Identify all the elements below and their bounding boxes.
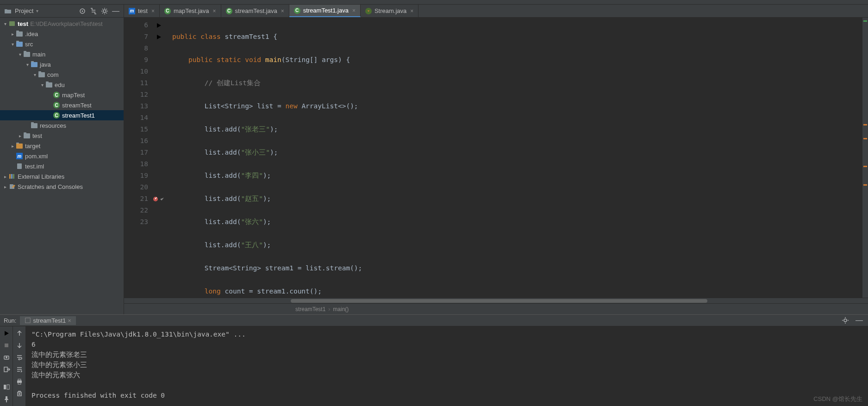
editor-tab-Stream.java[interactable]: Stream.java× [361,5,418,17]
tree-item-label: edu [55,81,65,88]
tree-item-label: streamTest [62,102,92,109]
marker-strip[interactable] [862,18,868,298]
tree-item-icon: C [53,112,60,119]
scratches-label: Scratches and Consoles [18,183,83,190]
close-icon[interactable]: × [213,8,216,14]
tab-label: Stream.java [375,7,406,14]
run-settings-icon[interactable] [840,315,850,325]
soft-wrap-icon[interactable] [14,352,25,362]
close-icon[interactable]: × [68,317,71,324]
chevron-down-icon: ▾ [2,21,8,26]
tree-item-label: com [47,71,59,78]
editor-tab-test[interactable]: mtest× [124,5,160,17]
tree-arrow: ▸ [17,133,23,138]
svg-point-1 [82,10,83,12]
down-icon[interactable] [14,340,25,350]
folder-icon [4,7,12,15]
sidebar-title: Project [15,7,33,14]
scratches[interactable]: ▸ Scratches and Consoles [0,181,124,192]
run-line-icon[interactable] [156,23,162,28]
tree-item-label: test [32,132,42,139]
tree-item-resources[interactable]: resources [0,120,124,131]
close-icon[interactable]: × [352,7,356,14]
tree-item-icon [16,142,23,150]
breadcrumb-method[interactable]: main() [333,306,349,312]
code-area[interactable]: public class streamTest1 { public static… [170,18,862,298]
editor-body: 67891011121314151617181920212223 public … [124,18,868,298]
tree-item-main[interactable]: ▾main [0,49,124,59]
tab-icon: m [129,8,135,14]
tree-item-com[interactable]: ▾com [0,69,124,80]
editor-tab-streamTest1.java[interactable]: CstreamTest1.java× [289,5,361,17]
run-toolbar-left [0,326,13,406]
external-libraries-label: External Libraries [18,173,64,180]
project-path: E:\IDEAworkplace\Test\test [30,20,103,27]
print-icon[interactable] [14,376,25,387]
tree-item-label: mapTest [62,92,85,99]
line-gutter: 67891011121314151617181920212223 [124,18,152,298]
dropdown-icon[interactable]: ▾ [36,8,38,13]
clear-icon[interactable] [14,388,25,399]
tree-root[interactable]: ▾ test E:\IDEAworkplace\Test\test [0,19,124,29]
tree-item-streamTest[interactable]: CstreamTest [0,100,124,110]
tree-arrow: ▾ [17,52,23,57]
tree-item-mapTest[interactable]: CmapTest [0,90,124,100]
svg-rect-9 [25,318,31,323]
layout-icon[interactable] [1,382,12,392]
tree-arrow: ▾ [9,42,16,47]
rerun-icon[interactable] [1,328,12,338]
run-header: Run: streamTest1 × — [0,315,868,326]
svg-rect-14 [4,367,7,372]
dump-icon[interactable] [1,352,12,362]
run-tab[interactable]: streamTest1 × [20,316,75,325]
tree-item-icon [16,162,23,170]
tab-icon: C [294,7,300,14]
close-icon[interactable]: × [281,8,284,14]
tree-item-streamTest1[interactable]: CstreamTest1 [0,110,124,120]
stop-icon[interactable] [1,340,12,350]
locate-icon[interactable] [78,7,87,15]
tree-item-test.iml[interactable]: test.iml [0,161,124,171]
tree-item-java[interactable]: ▾java [0,59,124,69]
tree-item-.idea[interactable]: ▸.idea [0,29,124,39]
project-tree: ▾ test E:\IDEAworkplace\Test\test ▸.idea… [0,18,124,314]
run-line-icon[interactable] [156,34,162,40]
breadcrumb[interactable]: streamTest1 › main() [124,303,868,314]
tree-item-icon [45,81,53,88]
expand-all-icon[interactable] [89,7,98,15]
hide-icon[interactable]: — [112,7,120,15]
close-icon[interactable]: × [410,8,413,14]
svg-rect-18 [18,379,21,381]
tree-item-icon [16,30,23,37]
tree-item-target[interactable]: ▸target [0,141,124,151]
libraries-icon [8,173,16,180]
editor-tab-mapTest.java[interactable]: CmapTest.java× [160,5,221,17]
svg-rect-5 [9,174,11,179]
svg-rect-15 [4,385,6,389]
settings-icon[interactable] [100,7,109,15]
tree-item-edu[interactable]: ▾edu [0,80,124,90]
tree-item-src[interactable]: ▾src [0,39,124,49]
exit-icon[interactable] [1,364,12,375]
external-libraries[interactable]: ▸ External Libraries [0,171,124,181]
console-output[interactable]: "C:\Program Files\Java\jdk1.8.0_131\bin\… [26,326,868,406]
tree-item-icon: C [53,91,60,99]
tree-item-test[interactable]: ▸test [0,131,124,141]
pin-icon[interactable] [1,394,12,404]
svg-rect-7 [13,174,14,179]
editor-tab-streamTest.java[interactable]: CstreamTest.java× [221,5,289,17]
sidebar-header: Project ▾ — [0,5,124,18]
breadcrumb-class[interactable]: streamTest1 [295,306,325,312]
tree-item-icon: m [16,152,23,160]
scroll-end-icon[interactable] [14,364,25,375]
tree-item-icon [16,40,23,48]
tree-arrow: ▸ [9,31,16,37]
minimize-icon[interactable]: — [854,315,864,325]
tree-item-pom.xml[interactable]: mpom.xml [0,151,124,161]
up-icon[interactable] [14,328,25,338]
tree-arrow: ▾ [39,82,45,87]
horizontal-scrollbar[interactable] [124,298,868,303]
tree-item-icon [23,132,31,139]
close-icon[interactable]: × [151,8,155,14]
run-toolbar-console [13,326,26,406]
